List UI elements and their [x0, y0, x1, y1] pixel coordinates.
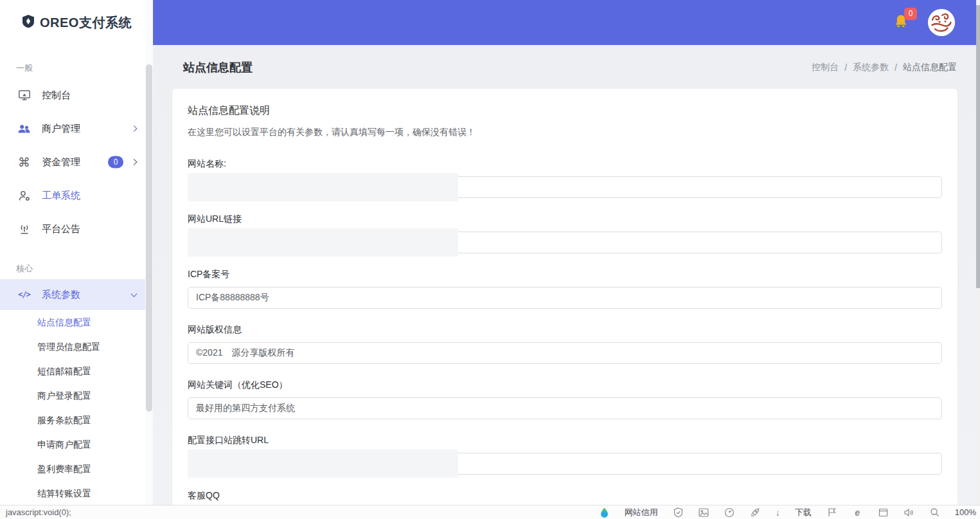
chevron-right-icon — [131, 125, 138, 132]
form-group-api-redirect-url: 配置接口站跳转URL — [188, 435, 942, 475]
submenu-item-admin-info[interactable]: 管理员信息配置 — [0, 334, 153, 359]
page-header: 站点信息配置 控制台 / 系统参数 / 站点信息配置 — [153, 45, 976, 87]
breadcrumb: 控制台 / 系统参数 / 站点信息配置 — [812, 62, 957, 73]
avatar-art-icon — [928, 9, 955, 36]
field-label: 客服QQ — [188, 490, 942, 502]
sidebar: OREO支付系统 一般 控制台 商户管理 — [0, 0, 153, 505]
breadcrumb-current: 站点信息配置 — [903, 62, 957, 73]
redaction-overlay — [188, 228, 458, 257]
field-label: 网站关键词（优化SEO） — [188, 379, 942, 391]
submenu-item-sms-email[interactable]: 短信邮箱配置 — [0, 359, 153, 383]
card-heading: 站点信息配置说明 — [188, 104, 942, 118]
site-credit-label[interactable]: 网站信用 — [625, 507, 658, 518]
breadcrumb-system-params[interactable]: 系统参数 — [853, 62, 889, 73]
sidebar-item-merchants[interactable]: 商户管理 — [0, 112, 153, 145]
submenu-item-merchant-login[interactable]: 商户登录配置 — [0, 383, 153, 408]
speaker-icon[interactable] — [904, 507, 914, 518]
form-group-site-name: 网站名称: — [188, 158, 942, 198]
download-arrow-icon[interactable]: ↓ — [776, 508, 780, 517]
logo-shield-icon — [21, 14, 35, 31]
form-group-service-qq: 客服QQ — [188, 490, 942, 505]
browser-status-bar: javascript:void(0); 网站信用 — [0, 505, 980, 519]
site-config-form: 网站名称: 网站URL链接 ICP备案号 — [188, 158, 942, 505]
seo-keywords-input[interactable] — [188, 397, 942, 419]
submenu-item-merchant-apply[interactable]: 申请商户配置 — [0, 432, 153, 457]
chevron-right-icon — [131, 159, 138, 165]
redaction-overlay — [188, 450, 458, 478]
command-icon: ⌘ — [17, 156, 31, 168]
code-icon: </> — [17, 290, 31, 299]
water-drop-icon[interactable] — [599, 507, 610, 518]
user-gear-icon — [17, 189, 31, 202]
sidebar-item-dashboard[interactable]: 控制台 — [0, 78, 153, 112]
notification-count-badge: 0 — [904, 8, 917, 20]
config-card: 站点信息配置说明 在这里您可以设置平台的有关参数，请认真填写每一项，确保没有错误… — [172, 89, 958, 505]
submenu-item-site-info[interactable]: 站点信息配置 — [0, 310, 153, 334]
app-logo[interactable]: OREO支付系统 — [0, 0, 153, 45]
breadcrumb-separator: / — [895, 62, 897, 73]
sidebar-item-label: 控制台 — [42, 89, 71, 102]
sidebar-item-tickets[interactable]: 工单系统 — [0, 179, 153, 212]
sidebar-item-label: 商户管理 — [42, 123, 80, 135]
page-title: 站点信息配置 — [183, 60, 253, 75]
field-label: 网站版权信息 — [188, 324, 942, 336]
sidebar-item-funds[interactable]: ⌘ 资金管理 0 — [0, 145, 153, 179]
main-content: 站点信息配置 控制台 / 系统参数 / 站点信息配置 站点信息配置说明 在这里您… — [153, 45, 976, 505]
form-group-seo-keywords: 网站关键词（优化SEO） — [188, 379, 942, 419]
sidebar-section-core: 核心 — [0, 246, 153, 279]
user-avatar[interactable] — [928, 9, 955, 36]
form-group-icp: ICP备案号 — [188, 269, 942, 309]
status-bar-tools: 网站信用 — [599, 507, 977, 518]
sidebar-item-label: 工单系统 — [42, 190, 80, 202]
users-icon — [17, 122, 31, 135]
field-label: 网站名称: — [188, 158, 942, 170]
sidebar-item-system-params[interactable]: </> 系统参数 — [0, 279, 153, 310]
shield-icon[interactable] — [673, 507, 684, 518]
download-label[interactable]: 下载 — [795, 507, 812, 518]
ie-icon[interactable]: e — [852, 507, 863, 518]
page-scrollbar[interactable] — [976, 0, 980, 505]
breadcrumb-dashboard[interactable]: 控制台 — [812, 62, 839, 73]
sidebar-section-general: 一般 — [0, 45, 153, 78]
page-scrollbar-thumb[interactable] — [976, 5, 980, 288]
link-preview: javascript:void(0); — [6, 507, 71, 517]
submenu-item-profit-rate[interactable]: 盈利费率配置 — [0, 457, 153, 481]
sidebar-scrollbar[interactable] — [145, 0, 153, 505]
notification-bell-button[interactable]: 0 — [893, 13, 911, 31]
submenu-item-settlement[interactable]: 结算转账设置 — [0, 481, 153, 505]
sidebar-item-label: 资金管理 — [42, 156, 80, 168]
form-group-site-url: 网站URL链接 — [188, 214, 942, 253]
icp-number-input[interactable] — [188, 287, 942, 309]
bell-icon — [893, 21, 909, 32]
gauge-icon[interactable] — [724, 507, 735, 518]
submenu-item-terms[interactable]: 服务条款配置 — [0, 408, 153, 432]
card-description: 在这里您可以设置平台的有关参数，请认真填写每一项，确保没有错误！ — [188, 127, 942, 138]
broadcast-icon — [17, 223, 31, 235]
sidebar-item-label: 平台公告 — [42, 223, 80, 235]
logo-text: OREO支付系统 — [40, 14, 132, 32]
sidebar-item-label: 系统参数 — [42, 289, 80, 301]
copyright-input[interactable] — [188, 342, 942, 364]
flag-icon[interactable] — [826, 507, 837, 518]
field-label: 网站URL链接 — [188, 214, 942, 225]
form-group-copyright: 网站版权信息 — [188, 324, 942, 364]
sidebar-scrollbar-thumb[interactable] — [146, 64, 152, 412]
sidebar-item-announcements[interactable]: 平台公告 — [0, 212, 153, 246]
zoom-level[interactable]: 100% — [955, 507, 976, 517]
field-label: ICP备案号 — [188, 269, 942, 280]
funds-count-badge: 0 — [108, 156, 123, 168]
browser-window: 0 OREO支付系统 一般 — [0, 0, 980, 519]
window-icon[interactable] — [878, 507, 889, 518]
monitor-icon — [17, 89, 31, 102]
app-header: 0 — [153, 0, 976, 45]
field-label: 配置接口站跳转URL — [188, 435, 942, 446]
redaction-overlay — [188, 173, 458, 201]
rocket-icon[interactable] — [750, 507, 761, 518]
magnifier-icon[interactable] — [929, 507, 940, 518]
breadcrumb-separator: / — [844, 62, 847, 73]
system-params-submenu: 站点信息配置 管理员信息配置 短信邮箱配置 商户登录配置 服务条款配置 申请商户… — [0, 310, 153, 505]
chevron-down-icon — [131, 291, 138, 297]
photo-icon[interactable] — [699, 507, 709, 518]
